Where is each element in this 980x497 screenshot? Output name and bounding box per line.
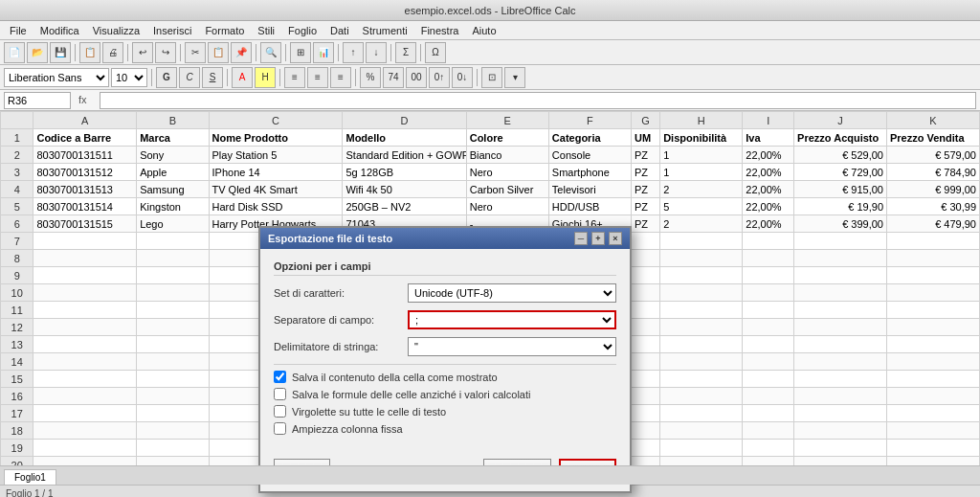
cell-e2[interactable]: Bianco	[466, 147, 548, 164]
cell-i5[interactable]: 22,00%	[743, 198, 794, 215]
percent-btn[interactable]: %	[360, 67, 381, 88]
chart-btn[interactable]: 📊	[313, 42, 334, 63]
open-btn[interactable]: 📂	[27, 42, 48, 63]
checkbox-virgolette[interactable]	[274, 405, 286, 418]
cell-i1[interactable]: Iva	[743, 129, 794, 147]
cell-j5[interactable]: € 19,90	[794, 198, 887, 215]
bold-btn[interactable]: G	[156, 67, 177, 88]
col-header-k[interactable]: K	[887, 112, 980, 129]
cell-j3[interactable]: € 729,00	[794, 164, 887, 181]
new-btn[interactable]: 📄	[4, 42, 25, 63]
cell-e4[interactable]: Carbon Silver	[466, 181, 548, 198]
menu-dati[interactable]: Dati	[324, 23, 355, 38]
more-btn[interactable]: ▾	[504, 67, 525, 88]
dialog-select-separator[interactable]: ;	[408, 310, 616, 329]
borders-btn[interactable]: ⊡	[481, 67, 502, 88]
save-btn[interactable]: 💾	[50, 42, 71, 63]
menu-aiuto[interactable]: Aiuto	[466, 23, 501, 38]
cell-i2[interactable]: 22,00%	[743, 147, 794, 164]
copy-btn[interactable]: 📋	[208, 42, 229, 63]
cell-d5[interactable]: 250GB – NV2	[343, 198, 466, 215]
dialog-minimize-btn[interactable]: ─	[574, 232, 588, 245]
formula-btn[interactable]: Σ	[395, 42, 416, 63]
menu-strumenti[interactable]: Strumenti	[357, 23, 413, 38]
checkbox-mostrato[interactable]	[274, 371, 286, 383]
col-header-h[interactable]: H	[660, 112, 743, 129]
dialog-select-delimiter[interactable]: "	[408, 337, 616, 356]
undo-btn[interactable]: ↩	[132, 42, 153, 63]
cell-b3[interactable]: Apple	[137, 164, 209, 181]
col-header-e[interactable]: E	[466, 112, 548, 129]
cell-f4[interactable]: Televisori	[548, 181, 631, 198]
sheet-tab-1[interactable]: Foglio1	[4, 469, 56, 485]
cell-g5[interactable]: PZ	[631, 198, 659, 215]
menu-visualizza[interactable]: Visualizza	[87, 23, 145, 38]
currency-btn[interactable]: 00	[406, 67, 427, 88]
font-size-select[interactable]: 10	[111, 68, 147, 87]
cell-c5[interactable]: Hard Disk SSD	[209, 198, 343, 215]
col-header-j[interactable]: J	[794, 112, 887, 129]
cut-btn[interactable]: ✂	[185, 42, 206, 63]
cell-k6[interactable]: € 479,90	[887, 215, 980, 233]
cell-i3[interactable]: 22,00%	[743, 164, 794, 181]
checkbox-formule[interactable]	[274, 388, 286, 400]
cell-j6[interactable]: € 399,00	[794, 215, 887, 233]
cell-a4[interactable]: 8030700131513	[33, 181, 137, 198]
menu-stili[interactable]: Stili	[252, 23, 280, 38]
sort-desc-btn[interactable]: ↓	[366, 42, 387, 63]
italic-btn[interactable]: C	[179, 67, 200, 88]
col-header-i[interactable]: I	[743, 112, 794, 129]
cell-b6[interactable]: Lego	[137, 215, 209, 233]
align-right-btn[interactable]: ≡	[330, 67, 351, 88]
cell-g3[interactable]: PZ	[631, 164, 659, 181]
cell-j2[interactable]: € 529,00	[794, 147, 887, 164]
underline-btn[interactable]: S	[202, 67, 223, 88]
cell-c1[interactable]: Nome Prodotto	[209, 129, 343, 147]
align-center-btn[interactable]: ≡	[307, 67, 328, 88]
cell-k3[interactable]: € 784,90	[887, 164, 980, 181]
col-header-f[interactable]: F	[548, 112, 631, 129]
col-header-b[interactable]: B	[137, 112, 209, 129]
cell-c3[interactable]: IPhone 14	[209, 164, 343, 181]
cell-i4[interactable]: 22,00%	[743, 181, 794, 198]
cell-reference[interactable]: R36	[4, 92, 71, 109]
col-header-g[interactable]: G	[631, 112, 659, 129]
find-btn[interactable]: 🔍	[260, 42, 281, 63]
col-header-d[interactable]: D	[343, 112, 466, 129]
cell-h4[interactable]: 2	[660, 181, 743, 198]
dialog-close-btn[interactable]: ×	[609, 232, 622, 245]
cell-d4[interactable]: Wifi 4k 50	[343, 181, 466, 198]
cell-a5[interactable]: 8030700131514	[33, 198, 137, 215]
font-color-btn[interactable]: A	[232, 67, 253, 88]
cell-e1[interactable]: Colore	[466, 129, 548, 147]
cell-h1[interactable]: Disponibilità	[660, 129, 743, 147]
font-name-select[interactable]: Liberation Sans	[4, 68, 109, 87]
cell-k1[interactable]: Prezzo Vendita	[887, 129, 980, 147]
cell-h5[interactable]: 5	[660, 198, 743, 215]
cell-j1[interactable]: Prezzo Acquisto	[794, 129, 887, 147]
pdf-btn[interactable]: 📋	[79, 42, 100, 63]
cell-k2[interactable]: € 579,00	[887, 147, 980, 164]
cell-h6[interactable]: 2	[660, 215, 743, 233]
menu-foglio[interactable]: Foglio	[282, 23, 323, 38]
cell-a2[interactable]: 8030700131511	[33, 147, 137, 164]
cell-b1[interactable]: Marca	[137, 129, 209, 147]
cell-c4[interactable]: TV Qled 4K Smart	[209, 181, 343, 198]
insert-table-btn[interactable]: ⊞	[290, 42, 311, 63]
cell-e3[interactable]: Nero	[466, 164, 548, 181]
cell-d2[interactable]: Standard Edition + GOWR	[343, 147, 466, 164]
num-format-btn[interactable]: 74	[383, 67, 404, 88]
col-header-c[interactable]: C	[209, 112, 343, 129]
cell-a3[interactable]: 8030700131512	[33, 164, 137, 181]
menu-modifica[interactable]: Modifica	[34, 23, 85, 38]
cell-a1[interactable]: Codice a Barre	[33, 129, 137, 147]
dialog-select-charset[interactable]: Unicode (UTF-8)	[408, 283, 616, 303]
dec-dec-btn[interactable]: 0↓	[452, 67, 473, 88]
cell-g4[interactable]: PZ	[631, 181, 659, 198]
sort-asc-btn[interactable]: ↑	[343, 42, 364, 63]
cell-f2[interactable]: Console	[548, 147, 631, 164]
col-header-a[interactable]: A	[33, 112, 137, 129]
cell-k5[interactable]: € 30,99	[887, 198, 980, 215]
cell-h3[interactable]: 1	[660, 164, 743, 181]
cell-d1[interactable]: Modello	[343, 129, 466, 147]
